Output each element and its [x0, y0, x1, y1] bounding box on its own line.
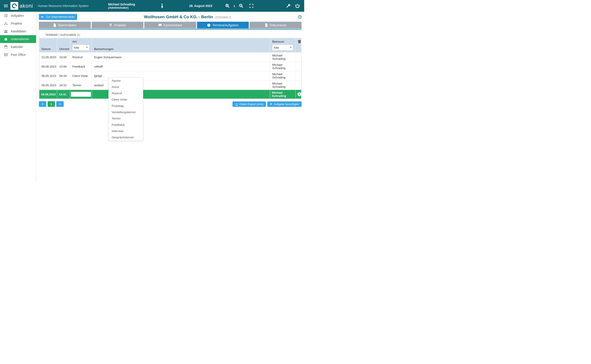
zoom-in-icon[interactable] — [225, 4, 230, 8]
new-row-betreuer[interactable]: Michael Schrading — [270, 90, 296, 99]
pager-page-1[interactable]: 1 — [48, 101, 55, 107]
dd-item[interactable]: Probetag — [109, 103, 143, 109]
pager: 1 — [39, 101, 64, 107]
svg-rect-23 — [6, 39, 7, 39]
tab-bar: Stammdaten Projekte Kommentare Termine/A… — [39, 22, 302, 28]
sidebar-item-aufgaben[interactable]: Aufgaben — [0, 12, 36, 20]
header-date: 28. August 2023 — [189, 4, 212, 8]
dd-item[interactable]: Feedback — [109, 122, 143, 128]
section-label: TERMINE / AUFGABEN (0) — [46, 33, 302, 37]
svg-line-7 — [242, 6, 243, 8]
sidebar-item-postoffice[interactable]: Post Office — [0, 51, 36, 59]
top-header: akoni Human Resource Information System … — [0, 0, 304, 12]
col-delete — [296, 38, 301, 52]
help-icon[interactable]: ? — [298, 15, 302, 19]
svg-point-19 — [6, 30, 7, 31]
user-name: Michael Schrading — [108, 3, 135, 6]
fullscreen-icon[interactable] — [250, 4, 253, 8]
mail-icon — [4, 53, 8, 56]
new-row-time[interactable]: 13:41 — [57, 90, 70, 99]
menu-toggle-icon[interactable] — [4, 4, 8, 8]
tab-stammdaten[interactable]: Stammdaten — [39, 22, 91, 28]
svg-rect-20 — [5, 40, 7, 40]
pager-prev-button[interactable] — [39, 101, 46, 107]
tab-dokumente[interactable]: Dokumente — [250, 22, 302, 28]
sidebar-label: Projekte — [11, 22, 22, 25]
sidebar-item-kalender[interactable]: Kalender — [0, 43, 36, 51]
svg-rect-1 — [162, 5, 163, 8]
col-bemerkungen[interactable]: Bemerkungen — [92, 38, 270, 52]
table-row[interactable]: 08.06.202310:00FeedbacksdfsdffMichael Sc… — [39, 62, 301, 71]
main-content: Zur Unternehmensliste Wollhosen GmbH & C… — [36, 12, 304, 182]
col-art: Art Alle — [70, 38, 92, 52]
betreuer-filter-select[interactable]: Alle — [272, 45, 293, 51]
plus-icon — [270, 103, 272, 105]
tab-kommentare[interactable]: Kommentare — [144, 22, 196, 28]
user-role: (Administrator) — [108, 6, 135, 9]
pager-next-button[interactable] — [56, 101, 64, 107]
table-row[interactable]: 22.05.202310:00RückrufEugen SchauermannM… — [39, 52, 301, 62]
settings-wrench-icon[interactable] — [286, 3, 291, 8]
discard-row-button[interactable]: ✕ — [297, 92, 301, 96]
chevron-down-icon — [86, 47, 88, 48]
zoom-out-icon[interactable] — [239, 4, 243, 8]
sidebar-label: Aufgaben — [11, 14, 24, 17]
col-betreuer: Betreuer Alle — [270, 38, 296, 52]
dd-item[interactable]: Client Visite — [109, 97, 143, 103]
sidebar-label: Kandidaten — [11, 30, 26, 33]
svg-rect-28 — [4, 54, 7, 56]
back-label: Zur Unternehmensliste — [46, 15, 74, 19]
art-filter-select[interactable]: Alle — [72, 45, 90, 51]
zoom-level: 1 — [234, 4, 235, 8]
power-icon[interactable] — [295, 3, 300, 8]
users-icon — [4, 30, 8, 33]
dd-item[interactable]: Termin — [109, 115, 143, 122]
svg-point-0 — [162, 4, 163, 5]
svg-rect-21 — [5, 39, 6, 39]
dd-item[interactable]: Aquise — [109, 78, 143, 84]
brand-name: akoni — [20, 3, 33, 9]
info-icon[interactable] — [161, 3, 163, 8]
app-subtitle: Human Resource Information System — [38, 4, 88, 8]
sidebar: Aufgaben Projekte Kandidaten Unternehmen… — [0, 12, 36, 182]
page-title: Wollhosen GmbH & Co KG. - Berlin (O20180… — [79, 14, 296, 19]
add-task-button[interactable]: Aufgabe hinzufügen — [267, 101, 302, 107]
back-to-list-button[interactable]: Zur Unternehmensliste — [39, 14, 77, 20]
tab-termine[interactable]: Termine/Aufgaben — [197, 22, 249, 28]
export-button[interactable]: Daten Export (xlxs) — [232, 101, 266, 107]
sidebar-label: Kalender — [11, 45, 23, 49]
svg-point-15 — [6, 22, 6, 23]
dd-item[interactable]: Anruf — [109, 84, 143, 90]
dd-item[interactable]: Gesprächstermin — [109, 134, 143, 141]
svg-point-18 — [5, 30, 6, 31]
app-logo[interactable] — [10, 2, 18, 10]
dd-item[interactable]: Rückruf — [109, 90, 143, 97]
appointments-table: Datum Uhrzeit Art Alle Bemerkungen Betre… — [39, 38, 302, 99]
tab-projekte[interactable]: Projekte — [92, 22, 144, 28]
network-icon — [4, 22, 8, 25]
sidebar-label: Post Office — [11, 53, 26, 57]
dd-item[interactable]: Interview — [109, 128, 143, 134]
art-input[interactable] — [71, 92, 91, 97]
tasks-icon — [4, 14, 8, 17]
chevron-down-icon — [290, 47, 292, 48]
trash-icon[interactable] — [298, 40, 301, 43]
svg-line-3 — [228, 6, 229, 8]
sidebar-item-unternehmen[interactable]: Unternehmen — [0, 35, 36, 43]
svg-rect-22 — [6, 39, 6, 39]
new-row-date[interactable]: 28.08.2023 — [39, 90, 57, 99]
table-row[interactable]: 06.05.202318:32TerminasdasdMichael Schra… — [39, 81, 301, 90]
building-icon — [4, 38, 8, 41]
dd-item[interactable]: Vorstellungstermin — [109, 109, 143, 115]
art-dropdown: Aquise Anruf Rückruf Client Visite Probe… — [108, 77, 143, 141]
calendar-icon — [4, 46, 8, 48]
sidebar-item-kandidaten[interactable]: Kandidaten — [0, 27, 36, 35]
col-uhrzeit[interactable]: Uhrzeit — [57, 38, 70, 52]
col-datum[interactable]: Datum — [39, 38, 57, 52]
sidebar-item-projekte[interactable]: Projekte — [0, 20, 36, 27]
download-icon — [235, 103, 238, 105]
table-row[interactable]: 06.05.202308:34Client VisitefghfghMichae… — [39, 71, 301, 81]
svg-rect-25 — [5, 46, 7, 46]
new-row[interactable]: 28.08.2023 13:41 Michael Schrading ✕ — [39, 90, 301, 99]
user-info: Michael Schrading (Administrator) — [108, 3, 135, 9]
